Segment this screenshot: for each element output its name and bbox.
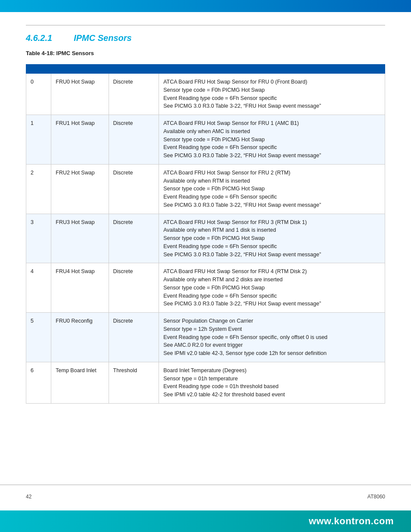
footer: 42 AT8060	[0, 485, 411, 508]
top-bar	[0, 0, 411, 12]
doc-id: AT8060	[367, 494, 385, 500]
header-name	[51, 65, 109, 74]
header-num	[26, 65, 51, 74]
cell-num: 2	[26, 164, 51, 214]
table-row: 1FRU1 Hot SwapDiscreteATCA Board FRU Hot…	[26, 115, 385, 165]
cell-name: FRU3 Hot Swap	[51, 214, 109, 263]
cell-name: FRU4 Hot Swap	[51, 263, 109, 313]
cell-name: FRU0 Reconfig	[51, 313, 109, 362]
ipmc-sensors-table: 0FRU0 Hot SwapDiscreteATCA Board FRU Hot…	[26, 64, 385, 404]
cell-num: 5	[26, 313, 51, 362]
cell-type: Discrete	[109, 263, 159, 313]
cell-name: FRU2 Hot Swap	[51, 164, 109, 214]
table-row: 4FRU4 Hot SwapDiscreteATCA Board FRU Hot…	[26, 263, 385, 313]
cell-type: Discrete	[109, 313, 159, 362]
cell-name: Temp Board Inlet	[51, 362, 109, 403]
table-caption: Table 4-18: IPMC Sensors	[26, 50, 385, 56]
section-title: 4.6.2.1 IPMC Sensors	[26, 33, 385, 43]
cell-description: ATCA Board FRU Hot Swap Sensor for FRU 0…	[159, 74, 385, 115]
cell-num: 0	[26, 74, 51, 115]
table-row: 2FRU2 Hot SwapDiscreteATCA Board FRU Hot…	[26, 164, 385, 214]
top-divider	[26, 25, 385, 25]
page-number: 42	[26, 494, 31, 500]
table-header-row	[26, 65, 385, 74]
website-url: www.kontron.com	[309, 516, 394, 527]
cell-num: 1	[26, 115, 51, 165]
cell-description: Sensor Population Change on CarrierSenso…	[159, 313, 385, 362]
cell-description: ATCA Board FRU Hot Swap Sensor for FRU 2…	[159, 164, 385, 214]
header-desc	[159, 65, 385, 74]
cell-name: FRU1 Hot Swap	[51, 115, 109, 165]
header-type	[109, 65, 159, 74]
cell-name: FRU0 Hot Swap	[51, 74, 109, 115]
table-row: 3FRU3 Hot SwapDiscreteATCA Board FRU Hot…	[26, 214, 385, 263]
cell-type: Threshold	[109, 362, 159, 403]
bottom-bar: www.kontron.com	[0, 510, 411, 532]
table-row: 6Temp Board InletThresholdBoard Inlet Te…	[26, 362, 385, 403]
cell-num: 6	[26, 362, 51, 403]
cell-description: Board Inlet Temperature (Degrees)Sensor …	[159, 362, 385, 403]
cell-type: Discrete	[109, 164, 159, 214]
cell-description: ATCA Board FRU Hot Swap Sensor for FRU 1…	[159, 115, 385, 165]
cell-num: 4	[26, 263, 51, 313]
table-row: 0FRU0 Hot SwapDiscreteATCA Board FRU Hot…	[26, 74, 385, 115]
cell-type: Discrete	[109, 214, 159, 263]
cell-type: Discrete	[109, 115, 159, 165]
cell-description: ATCA Board FRU Hot Swap Sensor for FRU 4…	[159, 263, 385, 313]
table-row: 5FRU0 ReconfigDiscreteSensor Population …	[26, 313, 385, 362]
cell-num: 3	[26, 214, 51, 263]
cell-type: Discrete	[109, 74, 159, 115]
cell-description: ATCA Board FRU Hot Swap Sensor for FRU 3…	[159, 214, 385, 263]
